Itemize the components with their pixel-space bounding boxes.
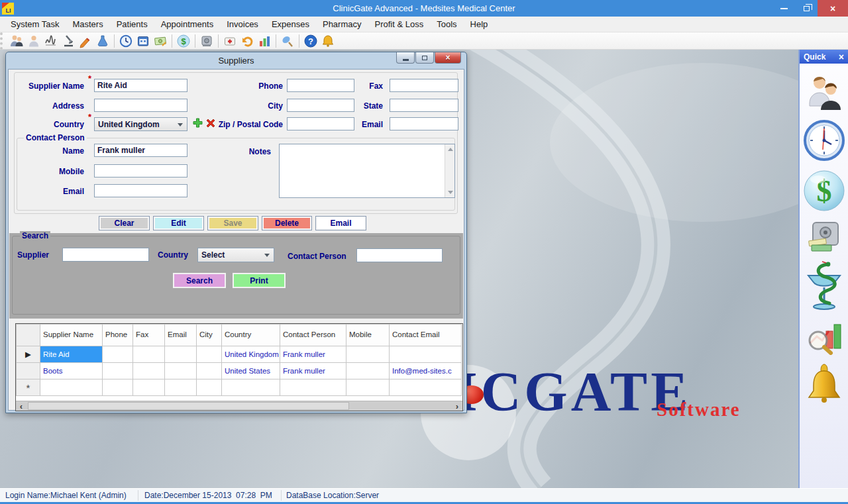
quick-panel-close-icon[interactable]: × <box>839 52 844 62</box>
grid-header-contact-person[interactable]: Contact Person <box>280 325 346 346</box>
dialog-close-button[interactable]: × <box>435 52 461 64</box>
grid-cell[interactable] <box>390 346 462 363</box>
patients-group-icon[interactable] <box>8 33 25 49</box>
dollar-icon[interactable]: $ <box>803 170 845 212</box>
calendar-icon[interactable] <box>134 33 152 49</box>
grid-cell[interactable] <box>197 346 222 363</box>
grid-header-email[interactable]: Email <box>165 325 197 346</box>
dialog-minimize-button[interactable] <box>396 52 415 64</box>
help-icon[interactable]: ? <box>302 33 319 49</box>
bell-icon[interactable] <box>319 33 337 49</box>
mobile-input[interactable] <box>94 164 187 177</box>
clock-icon[interactable] <box>117 33 134 49</box>
country-select[interactable]: United Kingdom <box>94 117 187 131</box>
undo-icon[interactable] <box>238 33 256 49</box>
notes-scrollbar[interactable] <box>445 144 454 197</box>
grid-cell[interactable] <box>133 379 165 396</box>
address-input[interactable] <box>94 99 187 112</box>
grid-cell[interactable] <box>222 379 280 396</box>
contact-name-input[interactable] <box>94 144 187 157</box>
search-button[interactable]: Search <box>173 273 226 288</box>
delete-button[interactable]: Delete <box>262 216 312 230</box>
billing-icon[interactable] <box>152 33 169 49</box>
grid-cell[interactable] <box>197 363 222 379</box>
window-restore-button[interactable] <box>795 0 818 17</box>
grid-cell[interactable] <box>346 346 390 363</box>
grid-header-contact-email[interactable]: Contact Email <box>390 325 462 346</box>
grid-cell[interactable] <box>280 379 346 396</box>
grid-cell[interactable] <box>197 379 222 396</box>
duster-icon[interactable] <box>279 33 296 49</box>
grid-cell[interactable]: United States <box>222 363 280 379</box>
grid-cell[interactable] <box>103 363 133 379</box>
menu-item-help[interactable]: Help <box>464 17 495 31</box>
menu-item-appointments[interactable]: Appointments <box>154 17 221 31</box>
grid-cell[interactable] <box>165 346 197 363</box>
safe-icon[interactable] <box>198 33 215 49</box>
grid-cell[interactable] <box>133 346 165 363</box>
grid-cell[interactable]: Rite Aid <box>40 346 103 363</box>
grid-header-phone[interactable]: Phone <box>103 325 133 346</box>
edit-button[interactable]: Edit <box>153 216 204 230</box>
grid-cell[interactable] <box>165 379 197 396</box>
patient-icon[interactable] <box>25 33 42 49</box>
search-supplier-input[interactable] <box>62 248 149 262</box>
menu-item-system-task[interactable]: System Task <box>4 17 66 31</box>
search-country-select[interactable]: Select <box>197 248 274 262</box>
menu-item-tools[interactable]: Tools <box>430 17 463 31</box>
grid-header-country[interactable]: Country <box>222 325 280 346</box>
dialog-titlebar[interactable]: Suppliers × <box>6 52 466 69</box>
clock-icon[interactable] <box>803 119 845 162</box>
chart-icon[interactable] <box>256 33 273 49</box>
grid-cell[interactable] <box>346 363 390 379</box>
grid-header-mobile[interactable]: Mobile <box>346 325 390 346</box>
print-button[interactable]: Print <box>233 273 286 288</box>
email-input[interactable] <box>390 117 458 130</box>
notes-textarea[interactable] <box>279 144 455 198</box>
grid-cell[interactable] <box>103 379 133 396</box>
state-input[interactable] <box>390 99 458 112</box>
window-minimize-button[interactable] <box>772 0 795 17</box>
grid-cell[interactable] <box>165 363 197 379</box>
grid-cell[interactable] <box>40 379 103 396</box>
grid-cell[interactable]: Info@med-sites.c <box>390 363 462 379</box>
menu-item-expenses[interactable]: Expenses <box>265 17 316 31</box>
grid-cell[interactable]: Frank muller <box>280 363 346 379</box>
signature-icon[interactable] <box>42 33 60 49</box>
scroll-left-icon[interactable]: ‹ <box>16 401 26 411</box>
pharmacy-box-icon[interactable] <box>221 33 238 49</box>
window-close-button[interactable]: × <box>818 0 848 17</box>
email-button[interactable]: Email <box>315 216 366 230</box>
grid-cell[interactable] <box>346 379 390 396</box>
grid-cell[interactable]: United Kingdom <box>222 346 280 363</box>
row-selector[interactable] <box>17 363 40 379</box>
prescription-icon[interactable] <box>77 33 94 49</box>
grid-horizontal-scrollbar[interactable]: ‹ › <box>16 401 462 411</box>
menu-item-patients[interactable]: Patients <box>110 17 154 31</box>
row-selector-arrow[interactable]: ▶ <box>17 346 40 363</box>
save-button[interactable]: Save <box>207 216 258 230</box>
dollar-icon[interactable]: $ <box>175 33 192 49</box>
reminder-bell-icon[interactable] <box>806 363 843 405</box>
menu-item-pharmacy[interactable]: Pharmacy <box>316 17 368 31</box>
grid-cell[interactable] <box>390 379 462 396</box>
grid-cell[interactable]: Boots <box>40 363 103 379</box>
microscope-icon[interactable] <box>60 33 77 49</box>
patients-icon[interactable] <box>806 74 843 110</box>
lab-icon[interactable] <box>94 33 111 49</box>
grid-header-fax[interactable]: Fax <box>133 325 165 346</box>
cash-safe-icon[interactable] <box>808 221 841 253</box>
supplier-name-input[interactable] <box>94 79 187 92</box>
report-search-icon[interactable] <box>806 321 842 355</box>
grid-header-city[interactable]: City <box>197 325 222 346</box>
menu-item-invoices[interactable]: Invoices <box>220 17 265 31</box>
scrollbar-thumb[interactable] <box>28 402 349 410</box>
contact-email-input[interactable] <box>94 184 187 197</box>
grid-header-supplier-name[interactable]: Supplier Name <box>40 325 103 346</box>
new-row-icon[interactable]: * <box>17 379 40 396</box>
menu-item-masters[interactable]: Masters <box>66 17 109 31</box>
clear-button[interactable]: Clear <box>99 216 150 230</box>
grid-cell[interactable] <box>133 363 165 379</box>
menu-item-profit-loss[interactable]: Profit & Loss <box>368 17 431 31</box>
fax-input[interactable] <box>390 79 458 92</box>
